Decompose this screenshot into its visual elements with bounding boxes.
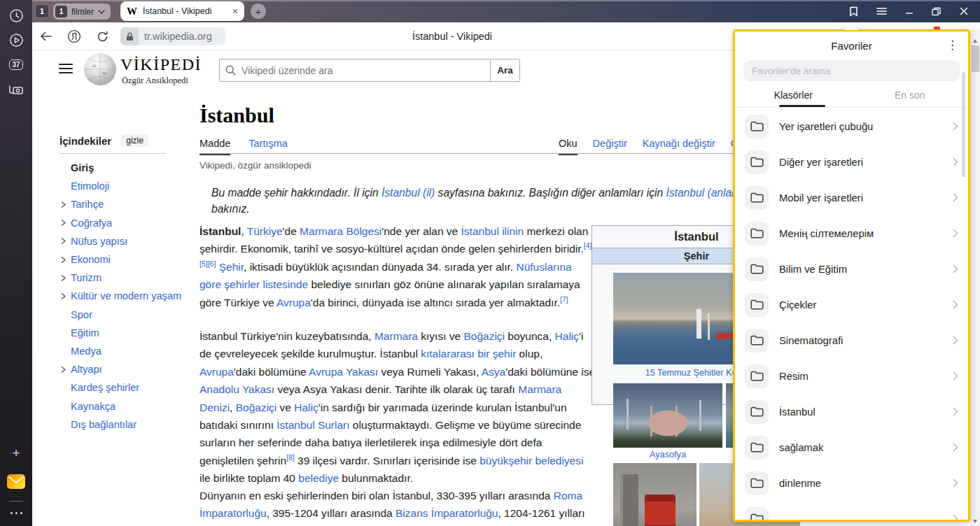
wiki-link[interactable]: Avrupa Yakası — [309, 366, 378, 378]
video-player-icon[interactable] — [0, 31, 32, 48]
new-tab-button[interactable]: + — [251, 3, 266, 19]
wiki-link[interactable]: Avrupa — [276, 297, 311, 308]
favorites-folder-item[interactable]: Resim — [735, 358, 968, 394]
toc-link[interactable]: Altyapı — [71, 364, 102, 375]
toc-item[interactable]: Etimoloji — [59, 177, 206, 195]
toc-link[interactable]: Spor — [71, 309, 92, 320]
tab-en-son[interactable]: En son — [852, 90, 969, 108]
toc-item[interactable]: Medya — [59, 342, 206, 360]
chevron-expand-icon[interactable] — [59, 366, 71, 374]
panel-more-icon[interactable]: ⋮ — [946, 38, 958, 52]
wikipedia-logo[interactable]: Ω W — [83, 52, 117, 89]
wiki-link[interactable]: büyükşehir belediyesi — [479, 455, 583, 467]
favorites-folder-item[interactable]: Bilim ve Eğitim — [735, 251, 968, 287]
toc-item[interactable]: Giriş — [59, 159, 206, 177]
reload-icon[interactable] — [91, 22, 113, 50]
reference-link[interactable]: [7] — [560, 294, 568, 303]
favorites-folder-item[interactable]: dinlenme — [735, 465, 968, 501]
favorites-folder-item[interactable]: Менің сілтемелерім — [735, 215, 968, 251]
wiki-link[interactable]: Türkiye — [247, 225, 283, 237]
panel-scrollbar-thumb[interactable] — [962, 72, 965, 177]
wiki-link[interactable]: Anadolu Yakası — [200, 383, 274, 395]
toc-item[interactable]: Altyapı — [59, 360, 206, 378]
lock-icon[interactable] — [120, 27, 139, 45]
wiki-search-button[interactable]: Ara — [491, 59, 520, 82]
chevron-expand-icon[interactable] — [59, 292, 71, 300]
url-bar[interactable]: tr.wikipedia.org — [120, 27, 225, 45]
chevron-expand-icon[interactable] — [59, 256, 71, 264]
photo-ayasofya[interactable] — [613, 383, 722, 448]
toc-item[interactable]: Kaynakça — [59, 397, 206, 415]
toc-link[interactable]: Ekonomi — [71, 254, 111, 265]
wiki-link[interactable]: Bizans İmparatorluğu — [396, 507, 498, 519]
toc-link[interactable]: Giriş — [71, 162, 94, 173]
menu-icon[interactable] — [871, 0, 892, 22]
toc-item[interactable]: Kültür ve modern yaşam — [59, 287, 206, 305]
toc-item[interactable]: Ekonomi — [59, 250, 206, 269]
minimize-icon[interactable] — [899, 0, 920, 22]
close-window-icon[interactable] — [953, 0, 974, 22]
restore-window-icon[interactable] — [925, 0, 946, 22]
favorites-folder-item[interactable]: Sinematografi — [735, 322, 968, 358]
wiki-menu-icon[interactable] — [59, 64, 73, 73]
yandex-services-icon[interactable] — [63, 22, 85, 50]
toc-item[interactable]: Eğitim — [59, 324, 206, 342]
tab-group-filmler[interactable]: 1 filmler — [53, 3, 111, 20]
toc-item[interactable]: Kardeş şehirler — [59, 378, 206, 397]
favorites-folder-item[interactable]: İstanbul — [735, 394, 968, 429]
toc-link[interactable]: Nüfus yapısı — [71, 236, 127, 247]
photo-caption-ayasofya[interactable]: Ayasofya — [613, 450, 722, 460]
toc-item[interactable]: Nüfus yapısı — [59, 232, 206, 250]
collapsed-tab-group-badge[interactable]: 1 — [35, 4, 49, 18]
wiki-link[interactable]: Avrupa — [200, 366, 234, 378]
toc-item[interactable]: Tarihçe — [59, 195, 206, 213]
yandex-mail-icon[interactable] — [0, 473, 32, 490]
wiki-link[interactable]: İstanbul ilinin — [461, 225, 524, 237]
favorites-search-input[interactable] — [743, 60, 960, 81]
wiki-link[interactable]: Şehir — [219, 261, 244, 273]
wiki-link[interactable]: İstanbul Surları — [276, 419, 349, 431]
toc-link[interactable]: Turizm — [71, 272, 102, 283]
favorites-folder-item[interactable]: Çiçekler — [735, 287, 968, 322]
history-icon[interactable] — [0, 7, 32, 24]
active-tab[interactable]: W İstanbul - Vikipedi × — [120, 1, 244, 21]
toc-link[interactable]: Kardeş şehirler — [71, 382, 139, 393]
toc-link[interactable]: Kaynakça — [71, 401, 115, 412]
chevron-expand-icon[interactable] — [59, 219, 71, 227]
toc-link[interactable]: Medya — [71, 346, 102, 357]
chevron-expand-icon[interactable] — [59, 274, 71, 282]
scrollbar-thumb[interactable] — [972, 45, 979, 72]
chevron-expand-icon[interactable] — [59, 237, 71, 245]
add-panel-icon[interactable]: + — [0, 446, 32, 460]
toc-link[interactable]: Tarihçe — [71, 199, 104, 210]
scroll-up-arrow[interactable] — [973, 39, 977, 43]
favorites-folder-item[interactable]: Diğer yer işaretleri — [735, 144, 968, 180]
screenshot-icon[interactable] — [0, 80, 32, 99]
wiki-link[interactable]: Boğaziçi — [236, 401, 277, 413]
wiki-link[interactable]: Haliç — [294, 401, 318, 413]
toc-link[interactable]: Etimoloji — [71, 180, 109, 192]
wiki-link[interactable]: kıtalararası bir şehir — [421, 348, 516, 360]
chevron-expand-icon[interactable] — [59, 201, 71, 208]
wiki-link[interactable]: Marmara Bölgesi — [300, 225, 382, 237]
tab-close-icon[interactable]: × — [232, 6, 238, 16]
scroll-down-arrow[interactable] — [973, 520, 977, 523]
wiki-link[interactable]: belediye — [298, 472, 339, 484]
photo-tram[interactable] — [613, 463, 696, 526]
wiki-link[interactable]: Marmara — [374, 330, 418, 342]
wiki-link[interactable]: Haliç — [555, 330, 579, 342]
toc-item[interactable]: Spor — [59, 306, 206, 324]
wiki-search-input[interactable] — [241, 65, 490, 76]
favorites-folder-item[interactable]: Mobil yer işaretleri — [735, 180, 968, 215]
toc-link[interactable]: Coğrafya — [71, 218, 112, 229]
favorites-folder-item[interactable]: sağlamak — [735, 429, 968, 465]
back-icon[interactable] — [35, 22, 57, 50]
favorites-folder-item[interactable]: Yer işaretleri çubuğu — [735, 108, 968, 144]
wiki-link[interactable]: İstanbul (il) — [382, 187, 435, 199]
tab-counter-badge[interactable]: 37 — [0, 56, 32, 73]
page-scrollbar[interactable] — [970, 29, 980, 526]
reference-link[interactable]: [8] — [286, 453, 295, 462]
favorites-folder-item[interactable] — [735, 501, 968, 522]
toc-link[interactable]: Eğitim — [71, 327, 99, 339]
toc-item[interactable]: Coğrafya — [59, 214, 206, 232]
